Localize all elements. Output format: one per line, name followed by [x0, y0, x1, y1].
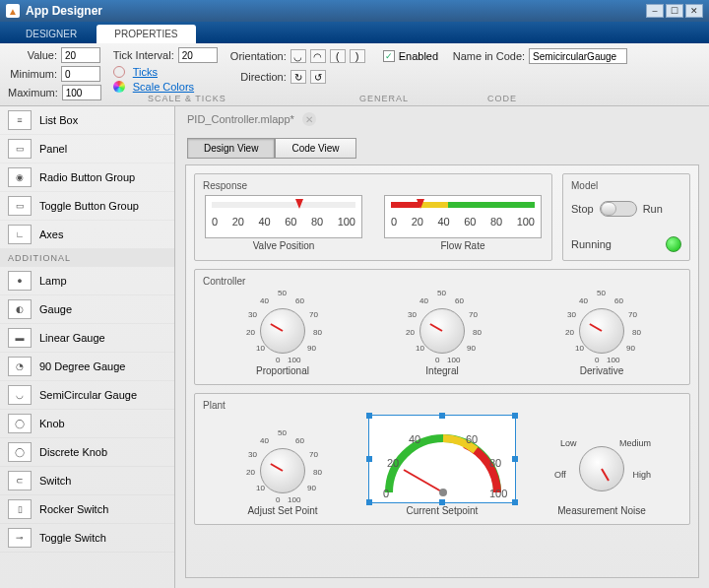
tab-properties[interactable]: PROPERTIES — [97, 25, 195, 43]
gauge-icon: ◐ — [8, 299, 32, 319]
palette-ninety-gauge[interactable]: ◔90 Degree Gauge — [0, 353, 174, 381]
knob-icon: ◯ — [8, 414, 32, 433]
switch-icon: ⊂ — [8, 471, 32, 490]
app-logo-icon: ▲ — [6, 4, 20, 18]
titlebar-text: App Designer — [26, 4, 102, 18]
palette-axes[interactable]: ∟Axes — [0, 221, 174, 249]
current-setpoint-gauge[interactable]: 0 20 40 60 80 100 — [368, 415, 516, 503]
semicircular-gauge-svg: 0 20 40 60 80 100 — [369, 416, 517, 504]
lamp-icon: ● — [8, 271, 32, 291]
rocker-switch-icon: ▯ — [8, 499, 32, 519]
scale-colors-link[interactable]: Scale Colors — [133, 81, 194, 93]
palette-gauge-label: Gauge — [39, 303, 72, 315]
orientation-label: Orientation: — [229, 50, 287, 62]
section-general: GENERAL — [359, 94, 409, 103]
min-label: Minimum: — [8, 68, 57, 80]
name-in-code-input[interactable] — [529, 48, 627, 64]
orient-west-button[interactable]: ) — [350, 49, 365, 63]
value-label: Value: — [8, 49, 57, 61]
svg-text:80: 80 — [489, 457, 501, 469]
min-input[interactable] — [61, 66, 100, 82]
orient-north-button[interactable]: ◡ — [290, 49, 306, 63]
model-title: Model — [571, 180, 681, 191]
tick-interval-label: Tick Interval: — [113, 49, 174, 61]
proportional-knob[interactable]: 0102030405060708090100 — [238, 291, 327, 363]
model-panel: Model Stop Run Running — [562, 173, 690, 261]
max-label: Maximum: — [8, 87, 58, 98]
palette-knob[interactable]: ◯Knob — [0, 410, 174, 438]
palette-rocker-switch[interactable]: ▯Rocker Switch — [0, 495, 174, 524]
axes-icon: ∟ — [8, 225, 32, 244]
palette-radio-group-label: Radio Button Group — [39, 171, 135, 183]
palette-lamp-label: Lamp — [39, 275, 67, 287]
maximize-button[interactable]: ☐ — [666, 4, 683, 18]
palette-discrete-knob[interactable]: ◯Discrete Knob — [0, 438, 174, 467]
valve-position-gauge[interactable]: 020406080100 — [205, 195, 362, 238]
palette-gauge[interactable]: ◐Gauge — [0, 295, 174, 324]
scale-colors-icon — [113, 81, 125, 93]
properties-toolbar: Value: Minimum: Maximum: Tick Interval: … — [0, 43, 709, 106]
section-scale-ticks: SCALE & TICKS — [148, 94, 226, 103]
running-status-label: Running — [571, 238, 612, 250]
palette-linear-gauge[interactable]: ▬Linear Gauge — [0, 324, 174, 353]
linear-gauge-icon: ▬ — [8, 328, 32, 348]
max-input[interactable] — [62, 85, 101, 100]
palette-discrete-knob-label: Discrete Knob — [39, 446, 107, 458]
palette-knob-label: Knob — [39, 418, 65, 429]
file-tab-close-icon[interactable]: ✕ — [302, 112, 316, 126]
palette-toggle-switch[interactable]: ⊸Toggle Switch — [0, 524, 174, 553]
tab-designer[interactable]: DESIGNER — [8, 25, 95, 43]
svg-text:0: 0 — [383, 488, 389, 499]
svg-text:20: 20 — [387, 457, 399, 469]
flow-rate-label: Flow Rate — [440, 240, 484, 251]
measurement-noise-knob[interactable]: Off Low Medium High — [552, 425, 651, 503]
file-tab[interactable]: PID_Controller.mlapp* ✕ — [187, 112, 316, 126]
derivative-knob[interactable]: 0102030405060708090100 — [557, 291, 646, 363]
palette-switch[interactable]: ⊂Switch — [0, 467, 174, 495]
integral-knob[interactable]: 0102030405060708090100 — [398, 291, 486, 363]
run-stop-switch[interactable] — [600, 201, 637, 217]
palette-axes-label: Axes — [39, 229, 63, 240]
palette-radio-group[interactable]: ◉Radio Button Group — [0, 163, 174, 192]
minimize-button[interactable]: – — [646, 4, 664, 18]
enabled-checkbox[interactable]: ✓ — [383, 50, 395, 62]
palette-panel[interactable]: ▭Panel — [0, 135, 174, 163]
palette-rocker-switch-label: Rocker Switch — [39, 503, 108, 515]
close-button[interactable]: ✕ — [685, 4, 703, 18]
svg-text:100: 100 — [489, 488, 507, 499]
palette-switch-label: Switch — [39, 475, 71, 487]
direction-ccw-button[interactable]: ↺ — [310, 70, 326, 84]
discrete-knob-icon: ◯ — [8, 442, 32, 462]
file-tab-label: PID_Controller.mlapp* — [187, 113, 294, 125]
toggle-switch-icon: ⊸ — [8, 528, 32, 548]
proportional-label: Proportional — [256, 365, 309, 376]
orient-east-button[interactable]: ( — [330, 49, 346, 63]
palette-toggle-group[interactable]: ▭Toggle Button Group — [0, 192, 174, 221]
adjust-set-point-label: Adjust Set Point — [247, 505, 317, 516]
noise-high-label: High — [632, 470, 651, 480]
flow-rate-gauge[interactable]: 020406080100 — [384, 195, 542, 238]
direction-cw-button[interactable]: ↻ — [290, 70, 306, 84]
svg-point-1 — [439, 489, 447, 496]
design-canvas[interactable]: Response 020406080100 Valve Position — [185, 164, 699, 578]
direction-label: Direction: — [229, 71, 287, 83]
tick-interval-input[interactable] — [178, 47, 218, 63]
palette-semi-gauge[interactable]: ◡SemiCircular Gauge — [0, 381, 174, 410]
radio-group-icon: ◉ — [8, 167, 32, 187]
ribbon-tabs: DESIGNER PROPERTIES — [0, 22, 709, 43]
list-box-icon: ≡ — [8, 110, 32, 130]
design-view-tab[interactable]: Design View — [187, 138, 275, 159]
adjust-set-point-knob[interactable]: 0102030405060708090100 — [238, 430, 327, 503]
palette-list-box[interactable]: ≡List Box — [0, 106, 174, 135]
code-view-tab[interactable]: Code View — [275, 138, 355, 159]
palette-lamp[interactable]: ●Lamp — [0, 267, 174, 295]
integral-label: Integral — [425, 365, 458, 376]
palette-toggle-group-label: Toggle Button Group — [39, 200, 139, 212]
plant-panel: Plant 0102030405060708090100Adjust Set P… — [194, 393, 690, 525]
orient-south-button[interactable]: ◠ — [310, 49, 326, 63]
svg-line-0 — [404, 470, 443, 492]
ticks-link[interactable]: Ticks — [133, 66, 158, 78]
component-palette: ≡List Box▭Panel◉Radio Button Group▭Toggl… — [0, 106, 175, 588]
plant-title: Plant — [203, 400, 681, 411]
value-input[interactable] — [61, 47, 100, 63]
